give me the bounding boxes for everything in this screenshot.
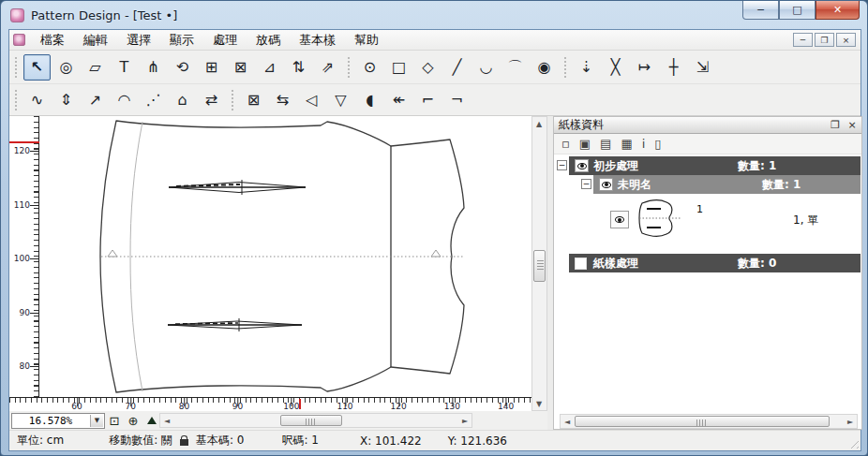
smooth-curve-tool[interactable]: ∿: [23, 88, 51, 112]
canvas-vertical-scrollbar[interactable]: ▲ ▼: [531, 116, 547, 411]
select-piece-button[interactable]: ▫: [561, 137, 570, 151]
fit-page-icon[interactable]: ⊡: [105, 413, 124, 429]
ellipse-tool[interactable]: ⊙: [356, 54, 383, 81]
exchange-lines-tool[interactable]: ⇄: [198, 88, 225, 112]
zoom-input[interactable]: [12, 415, 89, 427]
select-region-tool[interactable]: ⇲: [689, 54, 716, 81]
point-array-tool[interactable]: ⋰: [140, 88, 167, 112]
piece-visibility-button[interactable]: [610, 211, 629, 228]
drawing-canvas[interactable]: [39, 116, 531, 397]
scrollbar-thumb[interactable]: [280, 415, 342, 426]
maximize-button[interactable]: □: [779, 1, 816, 20]
adjust-angle-tool[interactable]: ⊿: [256, 54, 283, 81]
chevron-down-icon[interactable]: ▼: [90, 415, 103, 427]
dart-rotate-tool[interactable]: ↗: [82, 88, 109, 112]
scroll-up-arrow[interactable]: ▲: [532, 117, 546, 130]
align-point-tool[interactable]: ↦: [631, 54, 658, 81]
resize-grip[interactable]: [847, 437, 859, 449]
delete-piece-button[interactable]: ▯: [654, 137, 661, 151]
tree-row-preprocess[interactable]: 初步處理 數量: 1: [569, 156, 861, 175]
copy-piece-button[interactable]: ▣: [579, 137, 591, 151]
menu-item[interactable]: 編輯: [74, 29, 117, 51]
scrollbar-thumb[interactable]: [575, 416, 830, 427]
polygon-tool[interactable]: ◇: [414, 54, 441, 81]
mirror-frame-tool[interactable]: ⊠: [240, 88, 267, 112]
piece-thumbnail[interactable]: [635, 199, 687, 239]
zoom-tool[interactable]: ◎: [52, 54, 80, 81]
arc-adjust-tool[interactable]: ◠: [111, 88, 138, 112]
stretch-tool[interactable]: ⇗: [314, 54, 341, 81]
intersect-point-tool[interactable]: ╳: [602, 54, 629, 81]
dart-tool[interactable]: ◁: [298, 88, 325, 112]
text-tool[interactable]: T: [111, 54, 138, 81]
cross-point-tool[interactable]: ┼: [660, 54, 687, 81]
menu-item[interactable]: 幫助: [345, 29, 388, 51]
close-panel-button[interactable]: ×: [846, 119, 859, 131]
zoom-combo[interactable]: ▼: [11, 413, 105, 429]
collapse-toggle[interactable]: −: [557, 160, 567, 170]
trim-lines-tool[interactable]: ⋔: [140, 54, 167, 81]
open-piece-button[interactable]: ▦: [621, 137, 632, 151]
collapse-toggle[interactable]: −: [581, 179, 591, 189]
tree-row-unnamed[interactable]: 未明名 數量: 1: [593, 175, 861, 194]
tree-row-label: 初步處理: [593, 158, 638, 174]
toolbar-grip[interactable]: [346, 57, 352, 78]
scroll-left-arrow[interactable]: ◄: [561, 415, 574, 428]
swap-points-tool[interactable]: ⇅: [285, 54, 312, 81]
move-y-tool[interactable]: ⊠: [227, 54, 254, 81]
panel-horizontal-scrollbar[interactable]: ◄ ►: [560, 414, 858, 429]
window-title: Pattern Design - [Test •]: [31, 8, 177, 22]
scrollbar-thumb[interactable]: [533, 250, 546, 282]
line-tool[interactable]: ╱: [443, 54, 471, 81]
tree-row-pattern-process[interactable]: 紙樣處理 數量: 0: [569, 254, 861, 272]
toolbar-grip[interactable]: [13, 90, 20, 110]
scroll-right-arrow[interactable]: ►: [844, 415, 857, 428]
distance-measure-tool[interactable]: ⇆: [269, 88, 296, 112]
toolbar-grip[interactable]: [13, 57, 20, 78]
menu-item[interactable]: 選擇: [117, 29, 160, 51]
toolbar-pattern: ∿⇕↗◠⋰⌂⇄ ⊠⇆◁▽◖↞⌐¬: [9, 84, 861, 116]
scroll-right-arrow[interactable]: ►: [458, 414, 471, 427]
corner-trim-tool[interactable]: ¬: [443, 88, 471, 112]
spline-tool[interactable]: ⌒: [501, 54, 529, 81]
corner-square-tool[interactable]: ⌐: [414, 88, 441, 112]
checkbox[interactable]: [575, 257, 587, 270]
symmetry-tool[interactable]: ⇕: [52, 88, 80, 112]
canvas-horizontal-scrollbar[interactable]: ◄ ►: [159, 413, 472, 428]
menu-item[interactable]: 基本樣: [290, 29, 345, 51]
ruler-measure-tool[interactable]: ▱: [82, 54, 109, 81]
pattern-piece[interactable]: [39, 116, 531, 397]
move-x-tool[interactable]: ⊞: [198, 54, 225, 81]
piece-info-button[interactable]: i: [642, 137, 646, 151]
add-point-tool[interactable]: ⇣: [573, 54, 600, 81]
zoom-out-view-icon[interactable]: [142, 413, 161, 429]
toolbar-grip[interactable]: [230, 90, 236, 110]
mdi-close-button[interactable]: ×: [836, 33, 856, 47]
spiral-tool[interactable]: ◉: [531, 54, 558, 81]
mdi-restore-button[interactable]: ❐: [815, 33, 834, 47]
menu-item[interactable]: 檔案: [31, 29, 74, 51]
copy-options-button[interactable]: ▤: [600, 137, 611, 151]
toolbar-grip[interactable]: [562, 57, 569, 78]
pleat-tool[interactable]: ◖: [356, 88, 383, 112]
float-panel-button[interactable]: ❐: [829, 119, 842, 131]
rectangle-tool[interactable]: □: [385, 54, 412, 81]
scroll-down-arrow[interactable]: ▼: [532, 397, 546, 410]
close-button[interactable]: ✕: [816, 1, 860, 20]
menu-item[interactable]: 放碼: [247, 29, 290, 51]
select-tool[interactable]: ↖: [23, 54, 51, 81]
ruler-label: 90: [20, 308, 30, 317]
menu-item[interactable]: 處理: [203, 29, 247, 51]
visibility-eye-icon[interactable]: [599, 178, 613, 191]
menu-item[interactable]: 顯示: [160, 29, 203, 51]
shape-tool[interactable]: ⌂: [169, 88, 196, 112]
visibility-eye-icon[interactable]: [575, 159, 589, 172]
scroll-left-arrow[interactable]: ◄: [160, 414, 173, 427]
spread-tool[interactable]: ↞: [385, 88, 412, 112]
fit-extents-icon[interactable]: ⊕: [124, 413, 142, 429]
rotate-tool[interactable]: ⟲: [169, 54, 196, 81]
mdi-minimize-button[interactable]: ─: [793, 33, 813, 47]
minimize-button[interactable]: ─: [742, 1, 779, 20]
fan-pleat-tool[interactable]: ▽: [327, 88, 354, 112]
curve-tool[interactable]: ◡: [472, 54, 500, 81]
